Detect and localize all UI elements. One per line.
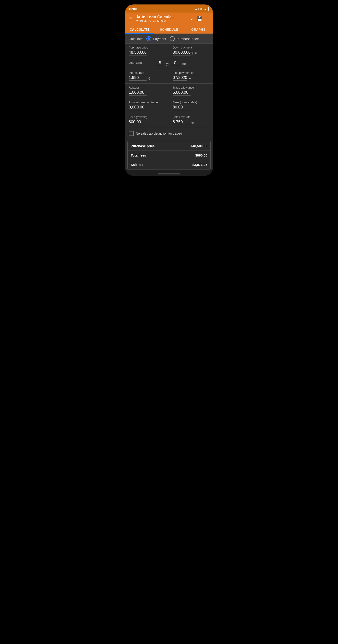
amount-owed-value[interactable]: 3,000.00 (129, 105, 147, 110)
radio-purchase-price[interactable]: Purchase price (170, 36, 199, 41)
radio-payment[interactable]: Payment (146, 36, 166, 41)
down-payment-input-row: 30,000.00 $ ▼ (173, 50, 209, 56)
fees-nontaxable-label: Fees (non-taxable) (173, 100, 209, 104)
summary-row-fees: Total fees $880.00 (128, 151, 210, 160)
fees-nontaxable-value[interactable]: 80.00 (173, 105, 191, 110)
interest-rate-cell: Interest rate 1.990 % (125, 69, 169, 84)
purchase-price-cell: Purchase price 48,500.00 (125, 44, 169, 58)
interest-rate-unit: % (147, 77, 150, 81)
sales-tax-rate-cell: Sales tax rate 8.750 % (169, 113, 213, 128)
sales-tax-rate-input-row: 8.750 % (173, 120, 209, 125)
summary-purchase-key: Purchase price (131, 144, 155, 148)
rebates-value[interactable]: 1,000.00 (129, 90, 147, 96)
fees-taxable-cell: Fees (taxable) 800.00 (125, 113, 169, 128)
radio-payment-label: Payment (153, 37, 166, 41)
down-payment-cell: Down payment 30,000.00 $ ▼ (169, 44, 213, 58)
status-bar: 10:00 ▲ LTE ▲ ▐ (125, 4, 213, 12)
summary-table: Purchase price $48,500.00 Total fees $88… (127, 141, 211, 170)
app-subtitle: 2013 Mercedes ML350 (136, 20, 187, 23)
tab-schedule[interactable]: SCHEDULE (154, 25, 183, 34)
summary-row-purchase: Purchase price $48,500.00 (128, 141, 210, 151)
sales-tax-rate-unit: % (191, 121, 194, 125)
fees-tax-salesrate-row: Fees (taxable) 800.00 Sales tax rate 8.7… (125, 113, 213, 128)
rebates-label: Rebates (129, 86, 165, 89)
first-payment-dropdown-arrow[interactable]: ▼ (188, 77, 192, 81)
loan-term-label: Loan term (129, 60, 155, 64)
fees-nontaxable-cell: Fees (non-taxable) 80.00 (169, 98, 213, 113)
purchase-downpayment-row: Purchase price 48,500.00 Down payment 30… (125, 44, 213, 58)
loan-term-inputs: 5 yr 0 mo (155, 60, 209, 66)
summary-purchase-val: $48,500.00 (191, 144, 207, 148)
status-icons: ▲ LTE ▲ ▐ (195, 8, 209, 10)
trade-allowance-cell: Trade allowance 5,000.00 (169, 84, 213, 98)
signal-icon: ▲ (204, 8, 207, 10)
owed-fees-nontax-row: Amount owed on trade 3,000.00 Fees (non-… (125, 98, 213, 113)
app-bar-title-area: Auto Loan Calcula… 2013 Mercedes ML350 (136, 15, 187, 23)
first-payment-label: First payment on (173, 71, 209, 74)
purchase-price-input-row: 48,500.00 (129, 50, 165, 56)
amount-owed-input-row: 3,000.00 (129, 105, 165, 110)
loan-term-years[interactable]: 5 (155, 60, 164, 66)
fees-taxable-input-row: 800.00 (129, 120, 165, 125)
tab-calculate[interactable]: CALCULATE (125, 25, 154, 34)
calculate-label: Calculate (129, 37, 143, 41)
fees-nontaxable-input-row: 80.00 (173, 105, 209, 110)
down-payment-dropdown-arrow[interactable]: ▼ (194, 52, 198, 56)
sales-tax-rate-value[interactable]: 8.750 (173, 120, 191, 125)
rebates-trade-row: Rebates 1,000.00 Trade allowance 5,000.0… (125, 84, 213, 98)
lte-label: LTE (198, 8, 203, 10)
home-bar (158, 174, 180, 174)
interest-firstpayment-row: Interest rate 1.990 % First payment on 0… (125, 69, 213, 84)
no-tax-deduction-label: No sales tax deduction for trade-in (136, 132, 183, 135)
first-payment-date-row: 07/2020 ▼ (173, 75, 209, 81)
tab-bar: CALCULATE SCHEDULE GRAPHS (125, 25, 213, 34)
summary-tax-val: $3,876.25 (192, 163, 207, 166)
sales-tax-rate-label: Sales tax rate (173, 116, 209, 119)
interest-rate-label: Interest rate (129, 71, 165, 74)
loan-term-mo: mo (181, 62, 186, 66)
summary-row-tax: Sale tax $3,876.25 (128, 160, 210, 169)
down-payment-value[interactable]: 30,000.00 (173, 50, 191, 56)
fees-taxable-label: Fees (taxable) (129, 116, 165, 119)
phone-frame: 10:00 ▲ LTE ▲ ▐ ☰ Auto Loan Calcula… 201… (125, 4, 213, 176)
menu-icon[interactable]: ☰ (128, 15, 134, 22)
more-icon[interactable]: ⋮ (206, 16, 210, 22)
calculate-radio-row: Calculate Payment Purchase price (125, 34, 213, 44)
radio-payment-circle[interactable] (146, 36, 151, 41)
battery-icon: ▐ (207, 8, 209, 10)
down-payment-label: Down payment (173, 46, 209, 49)
interest-rate-value[interactable]: 1.990 (129, 75, 147, 81)
interest-rate-input-row: 1.990 % (129, 75, 165, 81)
summary-fees-key: Total fees (131, 154, 146, 157)
first-payment-cell: First payment on 07/2020 ▼ (169, 69, 213, 84)
down-payment-unit: $ (191, 52, 193, 56)
wifi-icon: ▲ (195, 8, 198, 10)
trade-allowance-label: Trade allowance (173, 86, 209, 89)
app-bar: ☰ Auto Loan Calcula… 2013 Mercedes ML350… (125, 12, 213, 25)
status-time: 10:00 (129, 7, 137, 11)
amount-owed-label: Amount owed on trade (129, 100, 165, 104)
save-icon[interactable]: 💾 (197, 16, 203, 22)
rebates-input-row: 1,000.00 (129, 90, 165, 96)
radio-purchase-price-label: Purchase price (176, 37, 199, 41)
purchase-price-value[interactable]: 48,500.00 (129, 50, 147, 56)
purchase-price-label: Purchase price (129, 46, 165, 49)
summary-fees-val: $880.00 (195, 154, 207, 157)
tab-graphs[interactable]: GRAPHS (184, 25, 213, 34)
rebates-cell: Rebates 1,000.00 (125, 84, 169, 98)
loan-term-row: Loan term 5 yr 0 mo (125, 58, 213, 69)
content-area: Calculate Payment Purchase price Purchas… (125, 34, 213, 170)
app-bar-actions: ✓ 💾 ⋮ (190, 16, 210, 22)
app-title: Auto Loan Calcula… (136, 15, 187, 20)
loan-term-months[interactable]: 0 (171, 60, 180, 66)
trade-allowance-input-row: 5,000.00 (173, 90, 209, 96)
no-tax-deduction-checkbox[interactable] (129, 131, 134, 136)
fees-taxable-value[interactable]: 800.00 (129, 120, 147, 125)
checkbox-row[interactable]: No sales tax deduction for trade-in (125, 128, 213, 139)
amount-owed-cell: Amount owed on trade 3,000.00 (125, 98, 169, 113)
trade-allowance-value[interactable]: 5,000.00 (173, 90, 191, 96)
check-icon[interactable]: ✓ (190, 16, 194, 22)
loan-term-yr: yr (166, 62, 169, 66)
first-payment-value[interactable]: 07/2020 (173, 75, 187, 81)
radio-purchase-price-circle[interactable] (170, 36, 175, 41)
